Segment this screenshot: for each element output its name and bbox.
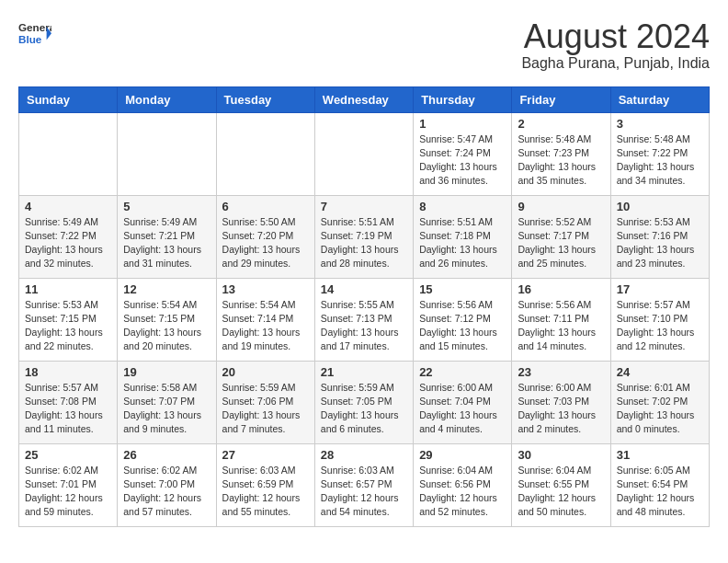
week-row-4: 18Sunrise: 5:57 AM Sunset: 7:08 PM Dayli…	[19, 361, 710, 443]
day-info: Sunrise: 6:02 AM Sunset: 7:00 PM Dayligh…	[123, 464, 210, 520]
header-friday: Friday	[512, 86, 610, 112]
day-info: Sunrise: 5:56 AM Sunset: 7:11 PM Dayligh…	[518, 298, 604, 354]
day-info: Sunrise: 6:04 AM Sunset: 6:56 PM Dayligh…	[419, 464, 506, 520]
day-info: Sunrise: 5:49 AM Sunset: 7:22 PM Dayligh…	[25, 215, 111, 271]
table-cell: 29Sunrise: 6:04 AM Sunset: 6:56 PM Dayli…	[414, 443, 512, 526]
table-cell: 21Sunrise: 5:59 AM Sunset: 7:05 PM Dayli…	[314, 361, 413, 443]
day-number: 28	[321, 448, 407, 462]
day-number: 13	[222, 282, 309, 296]
table-cell: 8Sunrise: 5:51 AM Sunset: 7:18 PM Daylig…	[414, 195, 512, 278]
day-number: 9	[518, 200, 604, 213]
table-cell: 26Sunrise: 6:02 AM Sunset: 7:00 PM Dayli…	[118, 443, 216, 526]
day-number: 5	[123, 200, 210, 213]
table-cell	[216, 112, 314, 195]
table-cell: 3Sunrise: 5:48 AM Sunset: 7:22 PM Daylig…	[610, 112, 709, 195]
table-cell: 7Sunrise: 5:51 AM Sunset: 7:19 PM Daylig…	[314, 195, 413, 278]
header-thursday: Thursday	[414, 86, 512, 112]
day-info: Sunrise: 5:48 AM Sunset: 7:23 PM Dayligh…	[518, 132, 604, 189]
title-area: August 2024 Bagha Purana, Punjab, India	[521, 18, 710, 72]
day-info: Sunrise: 6:03 AM Sunset: 6:57 PM Dayligh…	[321, 464, 407, 520]
table-cell: 28Sunrise: 6:03 AM Sunset: 6:57 PM Dayli…	[314, 443, 413, 526]
day-info: Sunrise: 6:03 AM Sunset: 6:59 PM Dayligh…	[222, 464, 309, 520]
day-info: Sunrise: 5:50 AM Sunset: 7:20 PM Dayligh…	[222, 215, 309, 271]
table-cell: 14Sunrise: 5:55 AM Sunset: 7:13 PM Dayli…	[314, 278, 413, 361]
day-info: Sunrise: 5:49 AM Sunset: 7:21 PM Dayligh…	[123, 215, 210, 271]
day-number: 16	[518, 282, 604, 296]
day-info: Sunrise: 5:55 AM Sunset: 7:13 PM Dayligh…	[321, 298, 407, 354]
table-cell: 4Sunrise: 5:49 AM Sunset: 7:22 PM Daylig…	[19, 195, 118, 278]
day-info: Sunrise: 5:54 AM Sunset: 7:14 PM Dayligh…	[222, 298, 309, 354]
day-info: Sunrise: 5:53 AM Sunset: 7:16 PM Dayligh…	[617, 215, 703, 271]
table-cell: 31Sunrise: 6:05 AM Sunset: 6:54 PM Dayli…	[610, 443, 709, 526]
day-info: Sunrise: 6:00 AM Sunset: 7:03 PM Dayligh…	[518, 381, 604, 437]
table-cell	[118, 112, 216, 195]
day-info: Sunrise: 5:52 AM Sunset: 7:17 PM Dayligh…	[518, 215, 604, 271]
day-number: 21	[321, 365, 407, 379]
day-number: 10	[617, 200, 703, 213]
table-cell: 19Sunrise: 5:58 AM Sunset: 7:07 PM Dayli…	[118, 361, 216, 443]
header-saturday: Saturday	[610, 86, 709, 112]
day-number: 4	[25, 200, 111, 213]
day-number: 15	[419, 282, 506, 296]
table-cell: 9Sunrise: 5:52 AM Sunset: 7:17 PM Daylig…	[512, 195, 610, 278]
table-cell: 13Sunrise: 5:54 AM Sunset: 7:14 PM Dayli…	[216, 278, 314, 361]
logo: General Blue	[18, 18, 51, 52]
day-number: 27	[222, 448, 309, 462]
day-info: Sunrise: 5:57 AM Sunset: 7:08 PM Dayligh…	[25, 381, 111, 437]
table-cell: 17Sunrise: 5:57 AM Sunset: 7:10 PM Dayli…	[610, 278, 709, 361]
day-number: 14	[321, 282, 407, 296]
day-info: Sunrise: 6:04 AM Sunset: 6:55 PM Dayligh…	[518, 464, 604, 520]
location: Bagha Purana, Punjab, India	[521, 55, 710, 72]
day-info: Sunrise: 5:58 AM Sunset: 7:07 PM Dayligh…	[123, 381, 210, 437]
day-number: 2	[518, 117, 604, 131]
week-row-2: 4Sunrise: 5:49 AM Sunset: 7:22 PM Daylig…	[19, 195, 710, 278]
day-info: Sunrise: 5:53 AM Sunset: 7:15 PM Dayligh…	[25, 298, 111, 354]
week-row-1: 1Sunrise: 5:47 AM Sunset: 7:24 PM Daylig…	[19, 112, 710, 195]
day-number: 3	[617, 117, 703, 131]
day-info: Sunrise: 5:57 AM Sunset: 7:10 PM Dayligh…	[617, 298, 703, 354]
table-cell: 20Sunrise: 5:59 AM Sunset: 7:06 PM Dayli…	[216, 361, 314, 443]
day-info: Sunrise: 5:54 AM Sunset: 7:15 PM Dayligh…	[123, 298, 210, 354]
week-row-5: 25Sunrise: 6:02 AM Sunset: 7:01 PM Dayli…	[19, 443, 710, 526]
day-info: Sunrise: 6:02 AM Sunset: 7:01 PM Dayligh…	[25, 464, 111, 520]
table-cell: 23Sunrise: 6:00 AM Sunset: 7:03 PM Dayli…	[512, 361, 610, 443]
day-info: Sunrise: 5:48 AM Sunset: 7:22 PM Dayligh…	[617, 132, 703, 189]
day-number: 29	[419, 448, 506, 462]
weekday-header-row: Sunday Monday Tuesday Wednesday Thursday…	[19, 86, 710, 112]
day-number: 1	[419, 117, 506, 131]
header-tuesday: Tuesday	[216, 86, 314, 112]
day-number: 20	[222, 365, 309, 379]
day-number: 19	[123, 365, 210, 379]
table-cell: 24Sunrise: 6:01 AM Sunset: 7:02 PM Dayli…	[610, 361, 709, 443]
table-cell: 5Sunrise: 5:49 AM Sunset: 7:21 PM Daylig…	[118, 195, 216, 278]
day-info: Sunrise: 6:05 AM Sunset: 6:54 PM Dayligh…	[617, 464, 703, 520]
day-number: 22	[419, 365, 506, 379]
table-cell: 6Sunrise: 5:50 AM Sunset: 7:20 PM Daylig…	[216, 195, 314, 278]
table-cell: 16Sunrise: 5:56 AM Sunset: 7:11 PM Dayli…	[512, 278, 610, 361]
day-info: Sunrise: 5:59 AM Sunset: 7:05 PM Dayligh…	[321, 381, 407, 437]
table-cell	[19, 112, 118, 195]
day-info: Sunrise: 5:59 AM Sunset: 7:06 PM Dayligh…	[222, 381, 309, 437]
table-cell	[314, 112, 413, 195]
day-info: Sunrise: 6:00 AM Sunset: 7:04 PM Dayligh…	[419, 381, 506, 437]
table-cell: 25Sunrise: 6:02 AM Sunset: 7:01 PM Dayli…	[19, 443, 118, 526]
day-info: Sunrise: 5:51 AM Sunset: 7:19 PM Dayligh…	[321, 215, 407, 271]
logo-icon: General Blue	[18, 18, 51, 52]
day-number: 18	[25, 365, 111, 379]
week-row-3: 11Sunrise: 5:53 AM Sunset: 7:15 PM Dayli…	[19, 278, 710, 361]
day-number: 7	[321, 200, 407, 213]
day-number: 8	[419, 200, 506, 213]
day-info: Sunrise: 5:51 AM Sunset: 7:18 PM Dayligh…	[419, 215, 506, 271]
day-number: 12	[123, 282, 210, 296]
table-cell: 15Sunrise: 5:56 AM Sunset: 7:12 PM Dayli…	[414, 278, 512, 361]
table-cell: 1Sunrise: 5:47 AM Sunset: 7:24 PM Daylig…	[414, 112, 512, 195]
day-number: 26	[123, 448, 210, 462]
table-cell: 2Sunrise: 5:48 AM Sunset: 7:23 PM Daylig…	[512, 112, 610, 195]
svg-text:Blue: Blue	[18, 33, 42, 45]
header-monday: Monday	[118, 86, 216, 112]
header: General Blue August 2024 Bagha Purana, P…	[18, 18, 710, 72]
table-cell: 22Sunrise: 6:00 AM Sunset: 7:04 PM Dayli…	[414, 361, 512, 443]
header-sunday: Sunday	[19, 86, 118, 112]
day-number: 24	[617, 365, 703, 379]
day-info: Sunrise: 5:56 AM Sunset: 7:12 PM Dayligh…	[419, 298, 506, 354]
